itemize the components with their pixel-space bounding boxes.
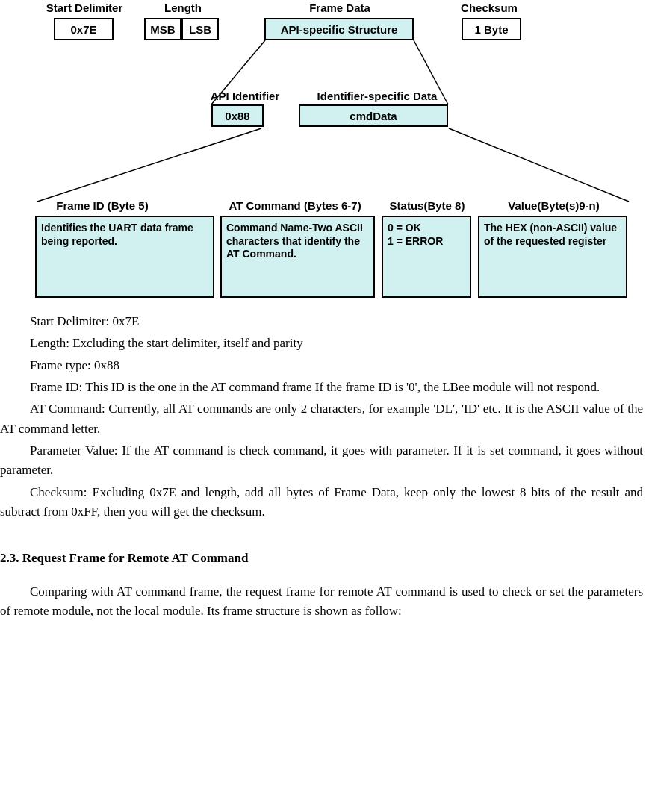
value-desc: The HEX (non-ASCII) value of the request…	[478, 216, 627, 298]
def-length: Length: Excluding the start delimiter, i…	[0, 334, 643, 353]
svg-line-3	[449, 128, 629, 202]
identifier-data-box: cmdData	[299, 104, 448, 127]
checksum-box: 1 Byte	[462, 18, 521, 40]
frame-data-label: Frame Data	[295, 1, 385, 14]
section-heading: 2.3. Request Frame for Remote AT Command	[0, 549, 643, 568]
def-param-value: Parameter Value: If the AT command is ch…	[0, 441, 643, 481]
length-lsb-box: LSB	[181, 18, 219, 40]
length-label: Length	[153, 1, 213, 14]
at-command-desc: Command Name-Two ASCII characters that i…	[220, 216, 375, 298]
checksum-label: Checksum	[444, 1, 534, 14]
identifier-data-label: Identifier-specific Data	[299, 90, 456, 102]
status-desc: 0 = OK 1 = ERROR	[382, 216, 471, 298]
api-identifier-label: API Identifier	[196, 90, 294, 102]
status-label: Status(Byte 8)	[382, 199, 472, 212]
document-body: Start Delimiter: 0x7E Length: Excluding …	[0, 312, 646, 621]
def-at-command: AT Command: Currently, all AT commands a…	[0, 399, 643, 439]
def-start-delimiter: Start Delimiter: 0x7E	[0, 312, 643, 331]
at-command-label: AT Command (Bytes 6-7)	[213, 199, 377, 212]
def-frame-id: Frame ID: This ID is the one in the AT c…	[0, 378, 643, 397]
frame-id-label: Frame ID (Byte 5)	[39, 199, 166, 212]
frame-data-box: API-specific Structure	[264, 18, 414, 40]
def-checksum: Checksum: Excluding 0x7E and length, add…	[0, 483, 643, 522]
def-frame-type: Frame type: 0x88	[0, 356, 643, 375]
frame-structure-diagram: Start Delimiter Length Frame Data Checks…	[0, 0, 646, 310]
svg-line-2	[37, 128, 261, 202]
start-delimiter-label: Start Delimiter	[36, 1, 133, 14]
frame-id-desc: Identifies the UART data frame being rep…	[35, 216, 214, 298]
length-msb-box: MSB	[144, 18, 181, 40]
section-paragraph: Comparing with AT command frame, the req…	[0, 582, 643, 622]
value-label: Value(Byte(s)9-n)	[481, 199, 627, 212]
api-identifier-box: 0x88	[211, 104, 264, 127]
start-delimiter-box: 0x7E	[54, 18, 114, 40]
